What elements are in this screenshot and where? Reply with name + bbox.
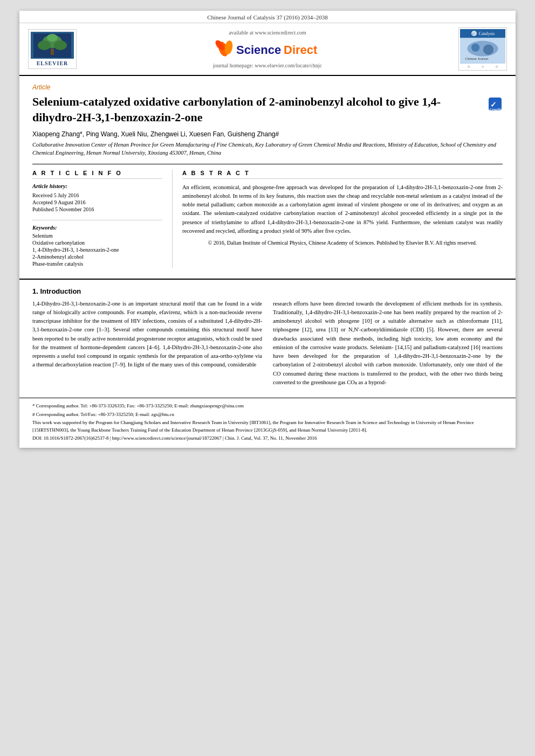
keywords-label: Keywords:	[32, 225, 162, 231]
authors: Xiaopeng Zhang*, Ping Wang, Xueli Niu, Z…	[32, 130, 503, 138]
two-col-section: A R T I C L E I N F O Article history: R…	[32, 164, 503, 268]
header-center: available at www.sciencedirect.com Scien…	[82, 30, 453, 68]
svg-text:Chinese Journal: Chinese Journal	[465, 57, 489, 60]
received-date: Received 5 July 2016	[32, 192, 162, 198]
affiliation: Collaborative Innovation Center of Henan…	[32, 141, 503, 157]
copyright-line: © 2016, Dalian Institute of Chemical Phy…	[182, 239, 503, 247]
intro-two-col: 1,4-Dihydro-2H-3,1-benzoxazin-2-one is a…	[32, 300, 503, 391]
article-type: Article	[32, 84, 503, 91]
elsevier-text: ELSEVIER	[37, 60, 68, 66]
catalysis-logo: C Catalysis Chinese Journal ☆ ○ ☆	[458, 27, 507, 71]
article-title: Selenium-catalyzed oxidative carbonylati…	[32, 94, 503, 125]
abstract-text: An efficient, economical, and phosgene-f…	[182, 183, 503, 247]
published-date: Published 5 November 2016	[32, 206, 162, 212]
footnote-1: * Corresponding author. Tel: +86-373-332…	[32, 403, 503, 410]
journal-citation: Chinese Journal of Catalysis 37 (2016) 2…	[207, 14, 328, 20]
available-text: available at www.sciencedirect.com	[82, 30, 453, 36]
footnote-4: DOI: 10.1016/S1872-2067(16)62537-8 | htt…	[32, 435, 503, 442]
elsevier-logo: ELSEVIER	[28, 29, 77, 69]
article-info-col: A R T I C L E I N F O Article history: R…	[32, 170, 173, 268]
keyword-4: 2-Aminobenzyl alcohol	[32, 254, 162, 260]
svg-text:CrossMark: CrossMark	[490, 108, 503, 111]
catalysis-header: C Catalysis	[460, 29, 505, 38]
elsevier-tree-image	[31, 32, 74, 59]
svg-point-5	[47, 34, 58, 41]
svg-point-15	[471, 44, 479, 52]
accepted-date: Accepted 9 August 2016	[32, 199, 162, 205]
keyword-5: Phase-transfer catalysis	[32, 261, 162, 267]
svg-text:Science: Science	[236, 43, 281, 57]
keywords-section: Keywords: Selenium Oxidative carbonylati…	[32, 220, 162, 267]
footnotes: * Corresponding author. Tel: +86-373-332…	[19, 398, 516, 448]
journal-homepage: journal homepage: www.elsevier.com/locat…	[82, 63, 453, 68]
catalysis-image: Chinese Journal	[460, 38, 505, 64]
crossmark-icon: ✓ CrossMark	[488, 96, 503, 112]
keyword-1: Selenium	[32, 233, 162, 239]
svg-rect-4	[51, 48, 54, 55]
svg-point-3	[54, 40, 67, 50]
article-info-header: A R T I C L E I N F O	[32, 170, 162, 179]
article-section: Article Selenium-catalyzed oxidative car…	[19, 76, 516, 273]
svg-text:C: C	[472, 32, 475, 36]
abstract-header: A B S T R A C T	[182, 170, 503, 179]
main-content: 1. Introduction 1,4-Dihydro-2H-3,1-benzo…	[19, 279, 516, 398]
catalysis-footer: ☆ ○ ☆	[460, 64, 505, 70]
sciencedirect-logo: Science Direct	[82, 39, 453, 59]
page: Chinese Journal of Catalysis 37 (2016) 2…	[19, 11, 516, 448]
top-bar: Chinese Journal of Catalysis 37 (2016) 2…	[19, 11, 516, 23]
header-section: ELSEVIER available at www.sciencedirect.…	[19, 23, 516, 76]
svg-text:Direct: Direct	[284, 43, 318, 57]
abstract-col: A B S T R A C T An efficient, economical…	[173, 170, 503, 268]
intro-right: research efforts have been directed towa…	[273, 300, 503, 391]
footnote-3: This work was supported by the Program f…	[32, 419, 503, 434]
intro-left: 1,4-Dihydro-2H-3,1-benzoxazin-2-one is a…	[32, 300, 262, 391]
history-label: Article history:	[32, 183, 162, 189]
footnote-2: # Corresponding author. Tel/Fax: +86-373…	[32, 411, 503, 419]
keyword-2: Oxidative carbonylation	[32, 240, 162, 246]
svg-point-16	[483, 45, 493, 55]
section-1-header: 1. Introduction	[32, 287, 503, 295]
svg-point-2	[38, 40, 51, 50]
keyword-3: 1, 4-Dihydro-2H-3, 1-benzoxazin-2-one	[32, 247, 162, 253]
